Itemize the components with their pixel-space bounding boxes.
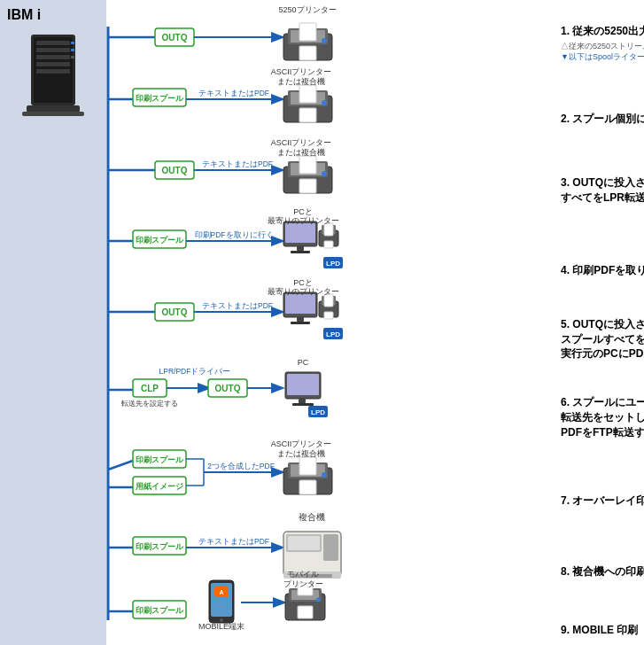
desc-title-2: 2. スプール個別にLPR転送する [561, 112, 644, 127]
svg-rect-33 [299, 108, 316, 122]
svg-text:LPD: LPD [326, 260, 340, 268]
svg-text:OUTQ: OUTQ [162, 33, 188, 43]
svg-rect-2 [36, 41, 70, 45]
svg-text:最寄りのプリンター: 最寄りのプリンター [268, 287, 339, 296]
right-description-panel: 1. 従来の5250出力に出力する △従来の5250ストリームの印刷 ▼以下はS… [555, 0, 644, 645]
svg-rect-56 [285, 223, 315, 243]
svg-rect-79 [324, 312, 333, 319]
desc-item-4: 4. 印刷PDFを取りに行く [561, 225, 644, 296]
svg-point-116 [322, 472, 327, 478]
svg-text:OUTQ: OUTQ [215, 384, 241, 393]
svg-rect-3 [36, 48, 70, 52]
svg-line-100 [108, 461, 133, 470]
svg-text:LPD: LPD [326, 330, 340, 338]
svg-point-146 [316, 598, 321, 602]
ibmi-title: IBM i [0, 7, 41, 23]
svg-text:PC: PC [298, 358, 309, 367]
svg-rect-9 [71, 56, 74, 58]
svg-text:PCと: PCと [293, 207, 313, 216]
svg-rect-7 [71, 42, 74, 44]
svg-rect-6 [36, 69, 70, 74]
desc-item-7: 7. オーバーレイ印刷 [561, 455, 644, 526]
desc-sub2-1: ▼以下はSpoolライターによる印刷 [561, 52, 644, 63]
svg-text:複合機: 複合機 [299, 512, 325, 522]
svg-rect-95 [299, 399, 306, 403]
svg-rect-61 [324, 223, 333, 236]
desc-title-8: 8. 複合機への印刷 [561, 564, 644, 579]
svg-rect-73 [285, 294, 315, 314]
svg-text:5250プリンター: 5250プリンター [278, 5, 336, 14]
desc-title-3: 3. OUTQに投入されたスプールすべてをLPR転送する [561, 175, 644, 206]
svg-text:CLP: CLP [141, 384, 159, 393]
svg-rect-32 [299, 85, 316, 103]
svg-rect-126 [288, 536, 320, 550]
svg-rect-11 [22, 112, 84, 116]
desc-title-1: 1. 従来の5250出力に出力する [561, 24, 644, 39]
svg-rect-114 [299, 457, 316, 475]
svg-text:印刷スプール: 印刷スプール [136, 606, 184, 615]
svg-point-34 [322, 100, 327, 105]
svg-text:ASCIIプリンター: ASCIIプリンター [271, 439, 332, 448]
desc-title-7: 7. オーバーレイ印刷 [561, 493, 644, 509]
svg-rect-58 [291, 251, 310, 253]
desc-title-4: 4. 印刷PDFを取りに行く [561, 263, 644, 278]
desc-item-1: 1. 従来の5250出力に出力する △従来の5250ストリームの印刷 ▼以下はS… [561, 4, 644, 74]
svg-text:MOBILE端末: MOBILE端末 [198, 622, 244, 631]
svg-text:ASCIIプリンター: ASCIIプリンター [271, 138, 332, 147]
svg-rect-94 [287, 374, 319, 395]
svg-text:2つを合成したPDF: 2つを合成したPDF [207, 462, 275, 470]
desc-title-9: 9. MOBILE 印刷 [561, 623, 644, 638]
svg-text:モバイル: モバイル [287, 570, 319, 579]
svg-text:OUTQ: OUTQ [162, 307, 188, 317]
svg-rect-75 [291, 322, 310, 324]
svg-text:印刷スプール: 印刷スプール [136, 94, 184, 103]
desc-item-2: 2. スプール個別にLPR転送する [561, 74, 644, 145]
svg-rect-78 [324, 294, 333, 307]
svg-rect-74 [297, 317, 304, 322]
svg-text:印刷スプール: 印刷スプール [136, 455, 184, 464]
svg-text:転送先を設定する: 転送先を設定する [121, 400, 178, 408]
main-container: IBM i [0, 0, 644, 645]
svg-rect-115 [299, 480, 316, 494]
svg-rect-20 [299, 23, 316, 41]
svg-text:または複合機: または複合機 [277, 148, 325, 157]
desc-item-6: 6. スプールにユーザーCLPで転送先をセットしてからPDFをFTP転送する [561, 376, 644, 455]
svg-text:ASCIIプリンター: ASCIIプリンター [271, 67, 332, 76]
desc-title-5: 5. OUTQに投入されたスプールすべてを実行元のPCにPDF転送する [561, 317, 644, 361]
svg-rect-10 [27, 105, 80, 113]
desc-item-5: 5. OUTQに投入されたスプールすべてを実行元のPCにPDF転送する [561, 296, 644, 376]
svg-rect-8 [71, 49, 74, 51]
svg-rect-45 [299, 156, 316, 174]
svg-text:印刷PDFを取りに行く: 印刷PDFを取りに行く [195, 230, 274, 239]
svg-text:印刷スプール: 印刷スプール [136, 236, 184, 245]
svg-text:または複合機: または複合機 [277, 449, 325, 458]
svg-text:テキストまたはPDF: テキストまたはPDF [202, 159, 273, 168]
svg-text:テキストまたはPDF: テキストまたはPDF [202, 301, 273, 310]
svg-text:OUTQ: OUTQ [162, 166, 188, 175]
svg-rect-145 [298, 606, 313, 618]
desc-item-8: 8. 複合機への印刷 [561, 526, 644, 597]
svg-text:または複合機: または複合機 [277, 77, 325, 86]
svg-point-22 [322, 38, 327, 43]
svg-rect-96 [292, 403, 314, 406]
svg-rect-21 [299, 46, 316, 60]
svg-rect-62 [324, 241, 333, 248]
svg-text:A: A [219, 589, 223, 595]
left-panel: IBM i [0, 0, 106, 645]
svg-text:用紙イメージ: 用紙イメージ [135, 482, 183, 491]
svg-text:テキストまたはPDF: テキストまたはPDF [198, 537, 269, 546]
svg-text:LPR/PDFドライバー: LPR/PDFドライバー [159, 367, 231, 376]
svg-text:最寄りのプリンター: 最寄りのプリンター [268, 216, 339, 225]
svg-point-47 [322, 171, 327, 176]
desc-item-3: 3. OUTQに投入されたスプールすべてをLPR転送する [561, 145, 644, 225]
svg-rect-4 [36, 55, 70, 59]
svg-rect-46 [299, 179, 316, 193]
desc-item-9: 9. MOBILE 印刷 [561, 597, 644, 645]
svg-text:印刷スプール: 印刷スプール [136, 542, 184, 551]
svg-text:PCと: PCと [293, 278, 313, 287]
svg-rect-57 [297, 246, 304, 251]
desc-title-6: 6. スプールにユーザーCLPで転送先をセットしてからPDFをFTP転送する [561, 395, 644, 439]
svg-text:テキストまたはPDF: テキストまたはPDF [198, 89, 269, 97]
svg-rect-127 [323, 534, 338, 561]
svg-rect-5 [36, 62, 70, 66]
